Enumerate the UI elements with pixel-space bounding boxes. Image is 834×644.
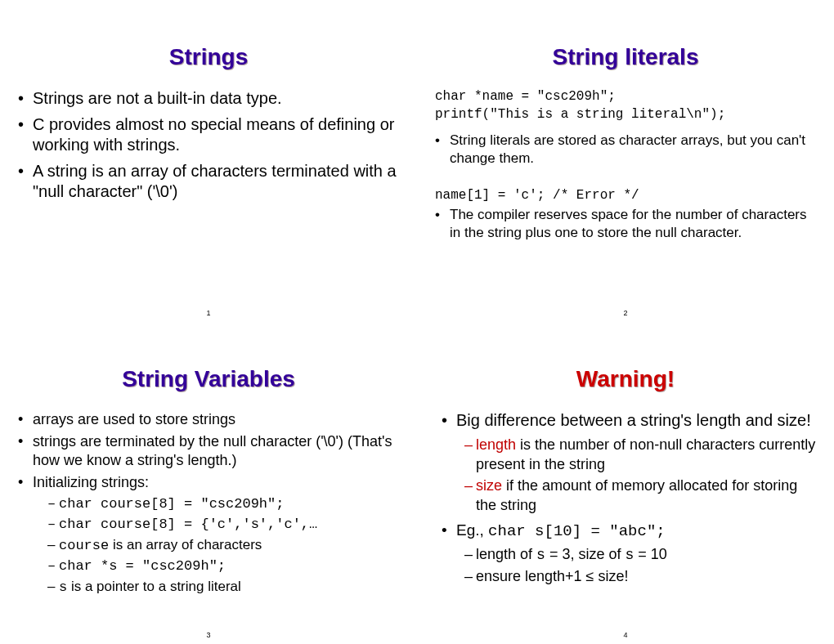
bullet-text: Initializing strings: <box>33 474 149 490</box>
bullet-list: The compiler reserves space for the numb… <box>435 206 816 242</box>
code-span: course <box>59 538 109 553</box>
code-span: s <box>536 547 545 563</box>
slide-1: Strings Strings are not a built-in data … <box>0 0 417 322</box>
bullet: Initializing strings: char course[8] = "… <box>18 473 399 597</box>
text-span: length of <box>476 546 536 562</box>
bullet-list: Strings are not a built-in data type. C … <box>18 88 399 203</box>
text-span: = 3, size of <box>545 546 626 562</box>
slide-title: String Variables <box>18 366 399 392</box>
text-span: Eg., <box>456 521 488 539</box>
slide-title: Strings <box>18 44 399 70</box>
text-span: size <box>476 477 502 494</box>
page-number: 2 <box>623 309 627 317</box>
sub-item: length of s = 3, size of s = 10 <box>464 544 816 565</box>
text-span: is the number of non-null characters cur… <box>476 436 815 472</box>
bullet: C provides almost no special means of de… <box>18 114 399 156</box>
bullet: Strings are not a built-in data type. <box>18 88 399 110</box>
sub-item: char course[8] = "csc209h"; <box>47 495 399 514</box>
bullet: Eg., char s[10] = "abc"; length of s = 3… <box>442 521 816 587</box>
bullet: Big difference between a string's length… <box>442 410 816 516</box>
text-span: is an array of characters <box>109 537 262 552</box>
page-number: 3 <box>206 631 210 639</box>
code-block: char *name = "csc209h"; printf("This is … <box>435 88 816 123</box>
bullet-list: arrays are used to store strings strings… <box>18 410 399 597</box>
bullet: arrays are used to store strings <box>18 410 399 429</box>
slide-grid: Strings Strings are not a built-in data … <box>0 0 834 644</box>
bullet-text: Big difference between a string's length… <box>456 411 811 429</box>
bullet-list: String literals are stored as character … <box>435 132 816 168</box>
sub-list: length of s = 3, size of s = 10 ensure l… <box>464 544 816 587</box>
sub-item: length is the number of non-null charact… <box>464 435 816 475</box>
code-span: char s[10] = "abc"; <box>488 522 666 540</box>
bullet: The compiler reserves space for the numb… <box>435 206 816 242</box>
bullet-list: Big difference between a string's length… <box>442 410 816 587</box>
page-number: 4 <box>623 631 627 639</box>
slide-2: String literals char *name = "csc209h"; … <box>417 0 834 322</box>
code-span: s <box>59 579 67 595</box>
code-span: s <box>625 547 634 563</box>
sub-item: char course[8] = {'c','s','c',… <box>47 516 399 534</box>
bullet: String literals are stored as character … <box>435 132 816 168</box>
text-span: if the amount of memory allocated for st… <box>476 477 797 513</box>
text-span: is a pointer to a string literal <box>67 579 241 594</box>
sub-list: length is the number of non-null charact… <box>464 435 816 516</box>
sub-item: course is an array of characters <box>47 536 399 556</box>
bullet: strings are terminated by the null chara… <box>18 432 399 470</box>
code-block: name[1] = 'c'; /* Error */ <box>435 187 816 205</box>
slide-title: String literals <box>435 44 816 70</box>
slide-title: Warning! <box>435 366 816 392</box>
slide-4: Warning! Big difference between a string… <box>417 322 834 644</box>
sub-item: s is a pointer to a string literal <box>47 578 399 597</box>
text-span: = 10 <box>634 546 667 562</box>
sub-item: ensure length+1 ≤ size! <box>464 566 816 586</box>
text-span: length <box>476 436 516 453</box>
page-number: 1 <box>206 309 210 317</box>
sub-item: char *s = "csc209h"; <box>47 557 399 576</box>
sub-item: size if the amount of memory allocated f… <box>464 476 816 516</box>
slide-3: String Variables arrays are used to stor… <box>0 322 417 644</box>
sub-list: char course[8] = "csc209h"; char course[… <box>47 495 399 597</box>
bullet: A string is an array of characters termi… <box>18 161 399 203</box>
